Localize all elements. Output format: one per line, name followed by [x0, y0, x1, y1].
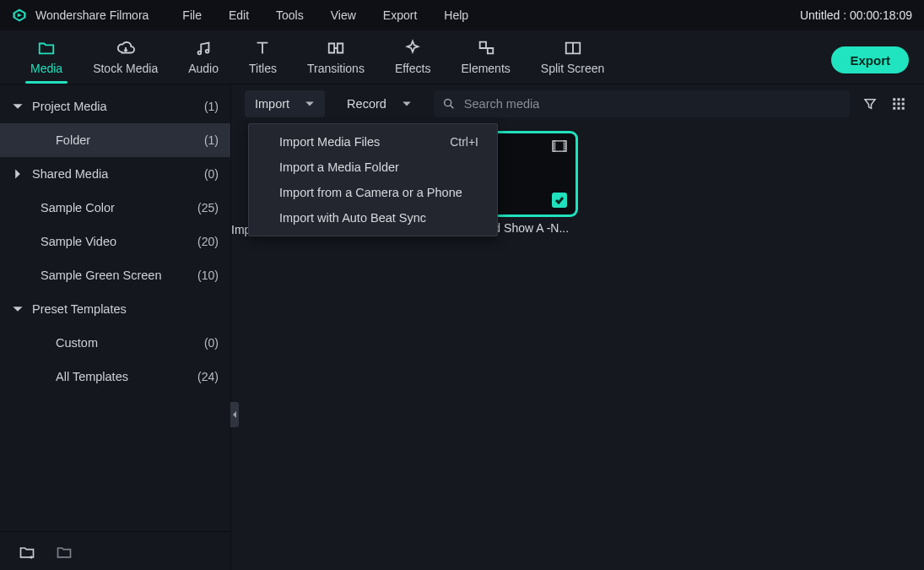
tree-label: All Templates: [56, 370, 191, 383]
menu-file[interactable]: File: [174, 5, 210, 25]
tab-media[interactable]: Media: [15, 33, 78, 84]
svg-rect-3: [902, 98, 905, 100]
caret-down-icon: [12, 100, 24, 112]
tree-item-project-media[interactable]: Project Media (1): [0, 90, 230, 123]
tree-item-sample-green-screen[interactable]: Sample Green Screen (10): [0, 258, 230, 292]
tab-label: Effects: [395, 62, 431, 75]
chevron-down-icon: [402, 100, 412, 108]
svg-rect-8: [898, 107, 900, 110]
tab-elements[interactable]: Elements: [446, 33, 525, 84]
tree-item-sample-color[interactable]: Sample Color (25): [0, 191, 230, 225]
split-screen-icon: [564, 40, 582, 57]
titlebar: Wondershare Filmora File Edit Tools View…: [0, 0, 924, 30]
menu-item-shortcut: Ctrl+I: [450, 135, 478, 149]
tab-label: Titles: [249, 62, 277, 75]
search-icon: [442, 97, 456, 111]
app-logo-icon: [12, 8, 27, 23]
tab-effects[interactable]: Effects: [380, 33, 446, 84]
tree-item-folder[interactable]: Folder (1): [0, 123, 230, 157]
svg-rect-6: [902, 103, 905, 106]
tab-label: Media: [30, 62, 62, 75]
document-title: Untitled : 00:00:18:09: [800, 8, 912, 22]
tree-label: Sample Video: [41, 235, 191, 248]
tree-item-custom[interactable]: Custom (0): [0, 326, 230, 360]
media-toolbar: Import Record: [231, 84, 924, 123]
tree-count: (1): [204, 100, 219, 113]
text-icon: [253, 40, 272, 57]
media-tree: Project Media (1) Folder (1) Shared Medi…: [0, 84, 230, 531]
svg-rect-7: [893, 107, 895, 110]
tree-label: Project Media: [32, 100, 197, 113]
menu-item-label: Import with Auto Beat Sync: [279, 211, 426, 225]
panel-tabs: Media Stock Media Audio Titles Transitio…: [0, 30, 924, 84]
menu-help[interactable]: Help: [435, 5, 477, 25]
svg-rect-5: [898, 103, 900, 106]
import-media-files[interactable]: Import Media Files Ctrl+I: [249, 129, 497, 155]
tab-label: Split Screen: [541, 62, 604, 75]
import-dropdown[interactable]: Import: [245, 90, 325, 117]
search-box[interactable]: [434, 90, 850, 117]
svg-point-0: [445, 100, 451, 106]
menu-item-label: Import Media Files: [279, 135, 380, 149]
svg-rect-9: [902, 107, 905, 110]
tree-label: Sample Color: [41, 201, 191, 214]
import-media-folder[interactable]: Import a Media Folder: [249, 155, 497, 180]
tree-item-sample-video[interactable]: Sample Video (20): [0, 225, 230, 258]
app-title: Wondershare Filmora: [35, 8, 149, 22]
video-clip-icon: [552, 140, 567, 152]
tab-titles[interactable]: Titles: [234, 33, 292, 84]
chevron-down-icon: [305, 100, 315, 108]
tab-label: Stock Media: [93, 62, 158, 75]
tab-transitions[interactable]: Transitions: [292, 33, 380, 84]
menu-export[interactable]: Export: [375, 5, 425, 25]
menu-item-label: Import from a Camera or a Phone: [279, 186, 462, 199]
tree-count: (0): [204, 336, 219, 350]
tree-count: (24): [197, 370, 219, 383]
import-menu: Import Media Files Ctrl+I Import a Media…: [248, 123, 498, 236]
tab-label: Audio: [188, 62, 219, 75]
import-auto-beat-sync[interactable]: Import with Auto Beat Sync: [249, 205, 497, 231]
tree-label: Custom: [56, 336, 197, 350]
menu-tools[interactable]: Tools: [267, 5, 312, 25]
music-note-icon: [194, 40, 213, 57]
tree-item-preset-templates[interactable]: Preset Templates: [0, 292, 230, 326]
menu-edit[interactable]: Edit: [220, 5, 257, 25]
import-from-camera-phone[interactable]: Import from a Camera or a Phone: [249, 180, 497, 205]
cloud-download-icon: [116, 40, 135, 57]
svg-rect-1: [893, 98, 895, 100]
shapes-icon: [477, 40, 495, 57]
menu-bar: File Edit Tools View Export Help: [174, 5, 477, 25]
search-input[interactable]: [464, 97, 841, 111]
selected-check-icon: [552, 193, 567, 208]
folder-icon: [37, 40, 56, 57]
tree-item-shared-media[interactable]: Shared Media (0): [0, 157, 230, 191]
sparkle-icon: [403, 40, 422, 57]
tree-count: (0): [204, 167, 219, 181]
menu-view[interactable]: View: [322, 5, 365, 25]
record-dropdown[interactable]: Record: [337, 90, 422, 117]
export-button[interactable]: Export: [831, 46, 909, 73]
caret-down-icon: [12, 303, 24, 315]
svg-rect-4: [893, 103, 895, 106]
svg-rect-2: [898, 98, 900, 100]
tree-count: (10): [197, 269, 219, 282]
tree-count: (1): [204, 133, 219, 147]
tree-count: (20): [197, 235, 219, 248]
tab-label: Transitions: [307, 62, 365, 75]
tab-label: Elements: [461, 62, 510, 75]
tab-audio[interactable]: Audio: [173, 33, 234, 84]
tree-label: Preset Templates: [32, 302, 212, 316]
tree-label: Folder: [56, 133, 197, 147]
new-folder-icon[interactable]: [19, 544, 35, 559]
tree-label: Sample Green Screen: [41, 269, 191, 282]
record-label: Record: [347, 97, 386, 111]
sidebar-footer: [0, 531, 230, 570]
filter-icon[interactable]: [862, 95, 878, 112]
tree-item-all-templates[interactable]: All Templates (24): [0, 360, 230, 394]
tab-stock-media[interactable]: Stock Media: [78, 33, 173, 84]
grid-view-icon[interactable]: [890, 95, 907, 112]
import-label: Import: [255, 97, 289, 111]
menu-item-label: Import a Media Folder: [279, 160, 399, 174]
tab-split-screen[interactable]: Split Screen: [526, 33, 619, 84]
folder-outline-icon[interactable]: [56, 544, 73, 559]
